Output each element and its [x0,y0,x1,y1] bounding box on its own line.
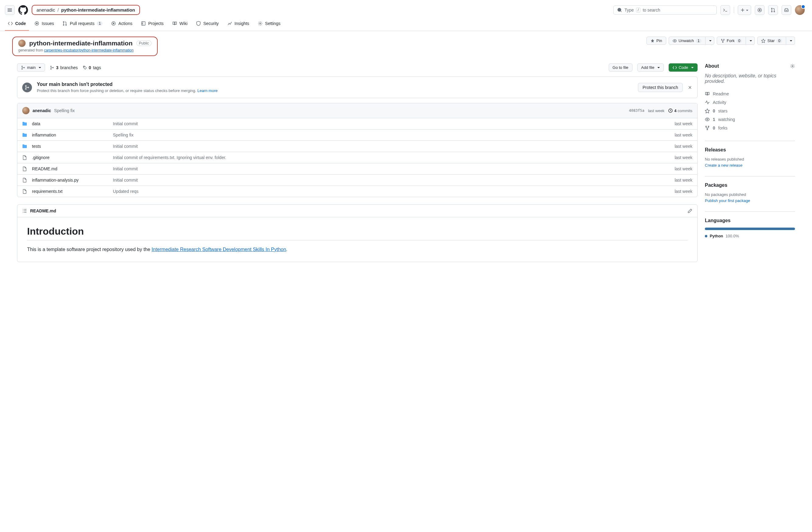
tab-insights[interactable]: Insights [224,18,252,31]
file-commit-msg[interactable]: Initial commit of requirements.txt. Igno… [113,155,670,160]
commit-sha[interactable]: 4083f5a [629,109,644,113]
breadcrumb-owner[interactable]: anenadic [37,7,55,13]
repo-name[interactable]: python-intermediate-inflammation [29,40,133,47]
inbox-button[interactable] [782,5,791,15]
file-name-link[interactable]: data [32,121,40,126]
file-commit-time: last week [675,166,692,171]
file-commit-msg[interactable]: Updated reqs [113,189,670,194]
add-file-button[interactable]: Add file [637,64,664,72]
readme-link[interactable]: Intermediate Research Software Developme… [151,247,286,252]
file-icon [22,178,27,183]
file-row: inflammation Spelling fix last week [17,129,697,141]
issues-button[interactable] [755,5,765,15]
goto-file-button[interactable]: Go to file [609,64,633,72]
issue-icon [34,21,39,26]
svg-point-25 [26,88,27,89]
tab-actions[interactable]: Actions [108,18,135,31]
search-icon [617,8,622,13]
branches-link[interactable]: 3 branches [50,65,77,70]
file-commit-msg[interactable]: Initial commit [113,144,670,149]
file-commit-msg[interactable]: Spelling fix [113,132,670,137]
protect-title: Your main branch isn't protected [37,82,633,87]
svg-point-29 [707,119,708,120]
svg-point-16 [722,42,723,43]
book-icon [172,21,177,26]
unwatch-dropdown[interactable] [706,37,714,45]
watching-sidebar-link[interactable]: 1 watching [705,115,795,124]
file-name-link[interactable]: inflammation-analysis.py [32,178,78,183]
user-avatar[interactable] [795,5,805,15]
language-item[interactable]: Python 100.0% [705,234,795,238]
protect-branch-button[interactable]: Protect this branch [638,83,683,92]
breadcrumb-repo[interactable]: python-intermediate-inflammation [61,7,135,13]
file-commit-msg[interactable]: Initial commit [113,178,670,183]
fork-dropdown[interactable] [746,37,755,45]
latest-commit-bar[interactable]: anenadic Spelling fix 4083f5a last week … [17,103,697,118]
file-name-link[interactable]: .gitignore [32,155,49,160]
svg-point-14 [721,39,722,40]
close-icon [687,85,692,90]
about-settings-button[interactable] [790,64,795,69]
svg-point-4 [774,11,775,12]
pulse-icon [705,100,710,105]
readme-heading: Introduction [27,226,687,240]
folder-icon [22,144,27,149]
project-icon [141,21,146,26]
file-name-link[interactable]: requirements.txt [32,189,62,194]
tab-projects[interactable]: Projects [138,18,167,31]
svg-point-24 [26,85,27,86]
branch-select[interactable]: main [17,64,45,72]
tab-pulls[interactable]: Pull requests 1 [59,18,106,31]
star-button[interactable]: Star 0 [757,37,786,45]
publish-package-link[interactable]: Publish your first package [705,198,750,203]
file-name-link[interactable]: inflammation [32,132,56,137]
tab-security[interactable]: Security [193,18,222,31]
activity-sidebar-link[interactable]: Activity [705,98,795,107]
readme-sidebar-link[interactable]: Readme [705,89,795,98]
tab-code[interactable]: Code [5,18,29,31]
branch-icon [22,83,32,92]
fork-button[interactable]: Fork 0 [717,37,746,45]
file-name-link[interactable]: tests [32,144,41,149]
pin-button[interactable]: Pin [647,37,666,45]
commit-author-avatar[interactable] [22,107,30,114]
svg-point-22 [53,67,54,68]
code-icon [672,66,677,70]
edit-readme-button[interactable] [687,208,692,213]
hamburger-button[interactable] [5,5,15,15]
tab-settings[interactable]: Settings [255,18,284,31]
releases-title: Releases [705,147,726,153]
command-palette-button[interactable] [720,5,730,15]
svg-point-15 [723,39,724,40]
forks-sidebar-link[interactable]: 0 forks [705,124,795,132]
commits-link[interactable]: 4 commits [668,108,692,113]
star-dropdown[interactable] [786,37,795,45]
pulls-button[interactable] [768,5,778,15]
add-dropdown-button[interactable] [738,5,751,15]
create-release-link[interactable]: Create a new release [705,163,743,168]
github-logo[interactable] [18,5,28,15]
svg-point-17 [21,66,23,67]
tab-wiki[interactable]: Wiki [169,18,190,31]
readme-filename[interactable]: README.md [30,208,56,213]
code-button[interactable]: Code [669,64,698,72]
template-link[interactable]: carpentries-incubator/python-intermediat… [44,48,134,52]
breadcrumb: anenadic / python-intermediate-inflammat… [32,5,140,15]
file-commit-msg[interactable]: Initial commit [113,166,670,171]
svg-point-12 [260,23,261,24]
unwatch-button[interactable]: Unwatch 1 [669,37,706,45]
pull-request-icon [771,8,775,13]
dismiss-banner-button[interactable] [687,85,692,90]
file-commit-time: last week [675,155,692,160]
svg-point-13 [674,40,675,41]
protect-learn-more[interactable]: Learn more [197,88,217,93]
tags-link[interactable]: 0 tags [83,65,101,70]
file-icon [22,155,27,160]
tab-issues[interactable]: Issues [31,18,57,31]
file-name-link[interactable]: README.md [32,166,57,171]
owner-avatar[interactable] [18,40,26,47]
search-input[interactable]: Type / to search [613,5,717,15]
stars-sidebar-link[interactable]: 0 stars [705,107,795,115]
file-commit-msg[interactable]: Initial commit [113,121,670,126]
repo-title-block: python-intermediate-inflammation Public … [12,37,158,56]
